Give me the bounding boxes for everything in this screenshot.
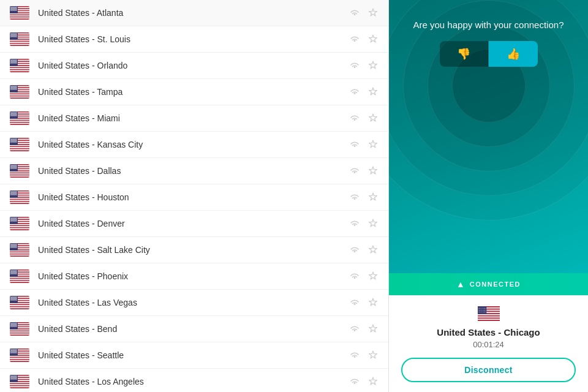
svg-point-233 — [14, 89, 15, 90]
svg-point-62 — [15, 10, 15, 10]
us-flag-icon — [10, 322, 29, 336]
list-item[interactable]: United States - Phoenix — [0, 263, 388, 290]
favorite-star-icon[interactable] — [368, 271, 379, 282]
svg-point-211 — [17, 86, 17, 86]
thumbs-down-button[interactable]: 👎 — [440, 41, 489, 67]
list-item[interactable]: United States - St. Louis — [0, 26, 388, 53]
svg-point-113 — [11, 34, 12, 35]
svg-point-57 — [15, 9, 15, 9]
favorite-star-icon[interactable] — [368, 350, 379, 361]
svg-rect-648 — [10, 278, 29, 279]
svg-point-551 — [12, 221, 12, 222]
svg-point-426 — [15, 168, 16, 169]
svg-point-116 — [15, 34, 15, 35]
svg-point-793 — [17, 323, 17, 324]
svg-rect-455 — [10, 198, 29, 199]
svg-rect-775 — [10, 330, 29, 331]
list-item[interactable]: United States - Tampa — [0, 79, 388, 105]
svg-point-409 — [17, 165, 17, 166]
svg-point-942 — [13, 375, 14, 376]
favorite-star-icon[interactable] — [368, 376, 379, 387]
favorite-star-icon[interactable] — [368, 244, 379, 255]
svg-point-874 — [15, 353, 16, 353]
favorite-star-icon[interactable] — [368, 165, 379, 176]
svg-point-721 — [14, 296, 15, 297]
svg-point-659 — [17, 270, 17, 271]
svg-point-509 — [13, 194, 14, 195]
svg-point-955 — [11, 379, 12, 379]
svg-point-922 — [10, 377, 11, 378]
favorite-star-icon[interactable] — [368, 139, 379, 150]
us-flag-icon — [10, 85, 29, 99]
svg-point-548 — [15, 220, 16, 221]
list-item[interactable]: United States - Houston — [0, 184, 388, 211]
favorite-star-icon[interactable] — [368, 86, 379, 97]
svg-point-35 — [14, 9, 15, 10]
svg-point-724 — [10, 297, 11, 298]
svg-point-735 — [17, 298, 17, 299]
svg-point-945 — [11, 377, 12, 377]
svg-rect-778 — [10, 333, 29, 334]
favorite-star-icon[interactable] — [368, 113, 379, 124]
thumbs-up-button[interactable]: 👍 — [489, 41, 538, 67]
svg-point-783 — [12, 323, 12, 323]
svg-point-97 — [12, 36, 12, 36]
svg-point-222 — [15, 88, 16, 88]
svg-point-567 — [12, 219, 13, 220]
svg-point-148 — [10, 60, 11, 61]
svg-rect-12 — [10, 18, 29, 20]
svg-point-255 — [16, 89, 17, 89]
favorite-star-icon[interactable] — [368, 34, 379, 45]
svg-point-486 — [10, 195, 11, 195]
favorite-star-icon[interactable] — [368, 218, 379, 229]
favorite-star-icon[interactable] — [368, 60, 379, 71]
svg-point-437 — [16, 166, 17, 167]
us-flag-icon — [10, 164, 29, 178]
list-item[interactable]: United States - Las Vegas — [0, 290, 388, 316]
svg-point-829 — [13, 326, 14, 326]
svg-point-610 — [13, 246, 13, 247]
list-item[interactable]: United States - Seattle — [0, 342, 388, 369]
svg-point-680 — [13, 274, 13, 274]
svg-point-436 — [15, 166, 15, 167]
list-item[interactable]: United States - Orlando — [0, 53, 388, 79]
svg-point-218 — [10, 88, 11, 88]
svg-point-484 — [15, 194, 16, 194]
list-item[interactable]: United States - Dallas — [0, 158, 388, 184]
connected-bar[interactable]: ▲ CONNECTED — [389, 273, 588, 295]
favorite-star-icon[interactable] — [368, 297, 379, 308]
svg-point-936 — [13, 379, 13, 380]
svg-point-297 — [14, 116, 15, 116]
svg-point-351 — [17, 140, 17, 141]
list-item[interactable]: United States - Atlanta — [0, 0, 388, 26]
svg-point-530 — [15, 217, 16, 218]
svg-point-19 — [17, 7, 17, 7]
svg-point-566 — [11, 219, 12, 220]
svg-point-170 — [15, 63, 16, 64]
list-item[interactable]: United States - Denver — [0, 211, 388, 237]
svg-point-846 — [10, 349, 11, 350]
svg-point-872 — [13, 353, 13, 353]
svg-point-177 — [11, 61, 12, 61]
svg-point-93 — [14, 35, 15, 36]
favorite-star-icon[interactable] — [368, 192, 379, 203]
list-item[interactable]: United States - Los Angeles — [0, 369, 388, 392]
disconnect-button[interactable]: Disconnect — [401, 358, 576, 382]
favorite-star-icon[interactable] — [368, 7, 379, 18]
svg-point-852 — [10, 350, 11, 350]
svg-rect-1030 — [478, 317, 500, 318]
list-item[interactable]: United States - Kansas City — [0, 132, 388, 158]
svg-point-108 — [11, 33, 12, 34]
svg-point-811 — [17, 326, 17, 327]
list-item[interactable]: United States - Miami — [0, 105, 388, 132]
svg-point-58 — [16, 9, 17, 9]
svg-point-914 — [15, 375, 16, 376]
svg-point-931 — [14, 378, 15, 379]
list-item[interactable]: United States - Bend — [0, 316, 388, 342]
svg-point-744 — [13, 300, 13, 301]
list-item[interactable]: United States - Salt Lake City — [0, 237, 388, 263]
svg-point-164 — [15, 62, 16, 62]
favorite-star-icon[interactable] — [368, 323, 379, 334]
connection-timer: 00:01:24 — [401, 340, 576, 349]
svg-point-540 — [13, 219, 13, 220]
